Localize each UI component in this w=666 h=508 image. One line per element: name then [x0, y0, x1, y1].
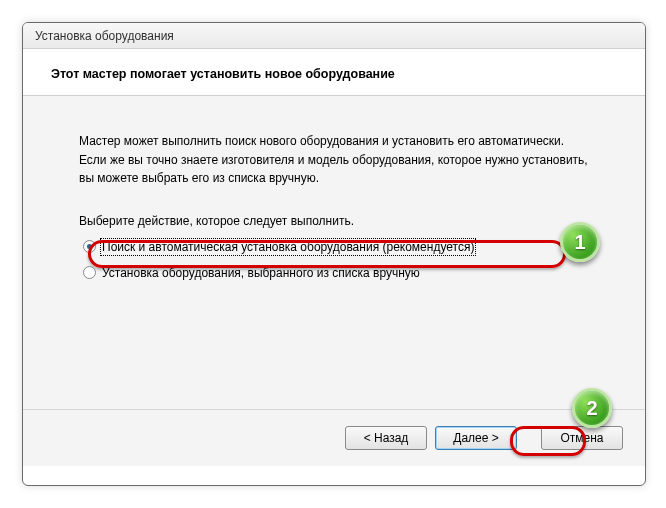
description-text: Мастер может выполнить поиск нового обор… [79, 132, 589, 188]
prompt-text: Выберите действие, которое следует выпол… [79, 214, 589, 228]
titlebar: Установка оборудования [23, 23, 645, 49]
body-panel: Мастер может выполнить поиск нового обор… [23, 96, 645, 410]
header-panel: Этот мастер помогает установить новое об… [23, 49, 645, 96]
next-button[interactable]: Далее > [435, 426, 517, 450]
radio-icon [83, 240, 96, 253]
radio-option-manual-list[interactable]: Установка оборудования, выбранного из сп… [79, 264, 589, 282]
footer-panel: < Назад Далее > Отмена [23, 410, 645, 466]
wizard-heading: Этот мастер помогает установить новое об… [51, 67, 617, 81]
wizard-window: Установка оборудования Этот мастер помог… [22, 22, 646, 486]
button-label: Отмена [560, 431, 603, 445]
window-title: Установка оборудования [35, 29, 174, 43]
back-button[interactable]: < Назад [345, 426, 427, 450]
cancel-button[interactable]: Отмена [541, 426, 623, 450]
button-label: Далее > [453, 431, 499, 445]
radio-label: Установка оборудования, выбранного из сп… [102, 266, 420, 280]
button-label: < Назад [364, 431, 409, 445]
radio-label: Поиск и автоматическая установка оборудо… [102, 240, 474, 254]
radio-icon [83, 266, 96, 279]
radio-option-auto-search[interactable]: Поиск и автоматическая установка оборудо… [79, 238, 589, 256]
